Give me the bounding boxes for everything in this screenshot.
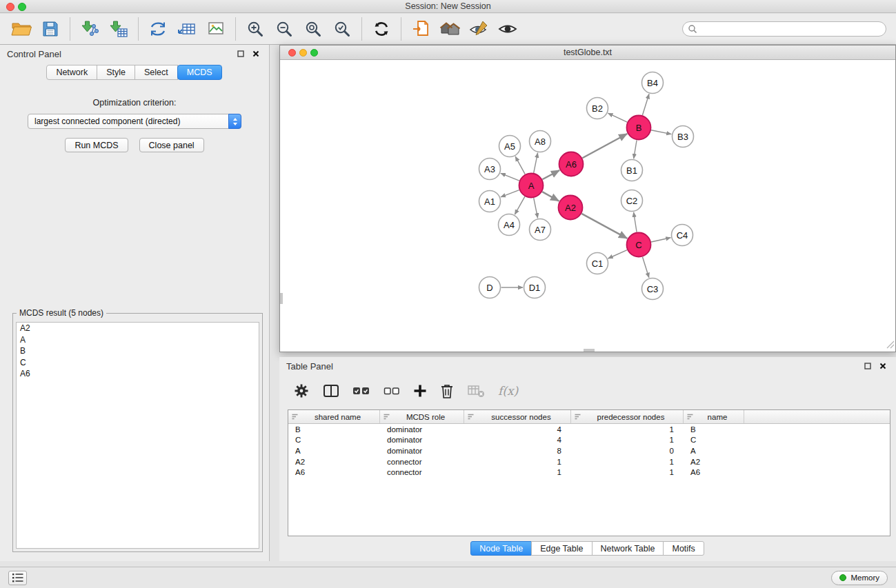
network-minimize-button[interactable] — [299, 49, 307, 57]
network-graph[interactable]: AA1A2A3A4A5A6A7A8BB1B2B3B4CC1C2C3C4DD1 — [280, 60, 895, 352]
network-canvas[interactable]: AA1A2A3A4A5A6A7A8BB1B2B3B4CC1C2C3C4DD1 — [280, 60, 895, 352]
node-D[interactable]: D — [479, 277, 501, 298]
mcds-result-item[interactable]: A6 — [17, 368, 259, 380]
run-mcds-button[interactable]: Run MCDS — [65, 138, 128, 152]
node-D1[interactable]: D1 — [524, 277, 546, 298]
zoom-window-button[interactable] — [18, 3, 26, 11]
edge-A-A6[interactable] — [542, 170, 559, 179]
tab-node-table[interactable]: Node Table — [470, 541, 532, 556]
edge-B-B1[interactable] — [634, 140, 637, 159]
tab-style[interactable]: Style — [97, 65, 135, 80]
deselect-all-button[interactable] — [384, 383, 400, 398]
node-A2[interactable]: A2 — [559, 196, 583, 220]
node-B[interactable]: B — [627, 116, 651, 140]
node-A3[interactable]: A3 — [479, 159, 501, 180]
network-close-button[interactable] — [288, 49, 296, 57]
mcds-result-list[interactable]: A2ABCA6 — [16, 322, 259, 549]
tab-edge-table[interactable]: Edge Table — [531, 541, 592, 556]
close-panel-button-mcds[interactable]: Close panel — [139, 138, 204, 152]
function-builder-button[interactable]: f(x) — [498, 384, 518, 398]
close-panel-button[interactable] — [250, 48, 262, 60]
node-A7[interactable]: A7 — [530, 219, 551, 241]
close-table-panel-button[interactable] — [877, 360, 889, 372]
column-header-shared-name[interactable]: shared name — [288, 410, 380, 423]
vertical-scroll-thumb[interactable] — [280, 293, 283, 304]
node-B1[interactable]: B1 — [621, 160, 643, 181]
table-row[interactable]: Adominator80A — [288, 445, 890, 456]
network-zoom-button[interactable] — [310, 49, 318, 57]
node-A8[interactable]: A8 — [530, 131, 551, 152]
memory-button[interactable]: Memory — [831, 571, 888, 585]
zoom-out-button[interactable] — [270, 16, 299, 42]
import-network-button[interactable] — [75, 16, 104, 42]
open-session-button[interactable] — [7, 16, 36, 42]
table-row[interactable]: A2connector11A2 — [288, 456, 890, 467]
optimization-criterion-select[interactable]: largest connected component (directed) — [28, 114, 241, 129]
edge-C-C4[interactable] — [651, 238, 670, 242]
tab-network[interactable]: Network — [46, 65, 97, 80]
show-columns-button[interactable] — [323, 383, 339, 398]
home-button[interactable] — [435, 16, 464, 42]
table-row[interactable]: Bdominator41B — [288, 424, 890, 435]
save-session-button[interactable] — [36, 16, 65, 42]
tab-network-table[interactable]: Network Table — [592, 541, 664, 556]
table-row[interactable]: Cdominator41C — [288, 435, 890, 446]
node-C[interactable]: C — [627, 233, 651, 257]
column-header-predecessor-nodes[interactable]: predecessor nodes — [571, 410, 684, 423]
horizontal-scroll-thumb[interactable] — [584, 349, 595, 352]
edge-A-A7[interactable] — [534, 198, 538, 218]
float-table-panel-button[interactable] — [862, 360, 874, 372]
zoom-in-button[interactable] — [241, 16, 270, 42]
edge-A-A1[interactable] — [501, 190, 519, 197]
mcds-result-item[interactable]: A2 — [17, 323, 259, 334]
edge-A-A2[interactable] — [542, 192, 559, 201]
column-header-successor-nodes[interactable]: successor nodes — [464, 410, 571, 423]
float-panel-button[interactable] — [235, 48, 247, 60]
select-all-button[interactable] — [352, 383, 370, 398]
zoom-fit-button[interactable] — [299, 16, 328, 42]
node-C2[interactable]: C2 — [621, 190, 643, 212]
node-C3[interactable]: C3 — [642, 278, 664, 300]
edge-A-A3[interactable] — [501, 173, 519, 181]
edge-B-B3[interactable] — [651, 130, 671, 134]
node-A1[interactable]: A1 — [479, 191, 501, 212]
new-network-button[interactable] — [143, 16, 172, 42]
show-panels-menu-button[interactable] — [8, 571, 27, 585]
node-B4[interactable]: B4 — [642, 72, 664, 94]
node-C4[interactable]: C4 — [672, 225, 693, 246]
edge-A-A5[interactable] — [515, 156, 525, 174]
column-header-MCDS-role[interactable]: MCDS role — [380, 410, 464, 423]
edge-A-A8[interactable] — [534, 153, 538, 173]
table-row[interactable]: A6connector11A6 — [288, 467, 890, 478]
annotation-mode-button[interactable] — [464, 16, 493, 42]
edge-B-B2[interactable] — [608, 113, 627, 122]
node-A6[interactable]: A6 — [559, 152, 584, 176]
zoom-selected-button[interactable] — [328, 16, 357, 42]
edge-A-A4[interactable] — [515, 196, 525, 214]
node-A[interactable]: A — [519, 174, 544, 198]
delete-table-button[interactable] — [467, 383, 485, 398]
tab-select[interactable]: Select — [135, 65, 178, 80]
mcds-result-item[interactable]: C — [17, 357, 259, 369]
edge-A2-C[interactable] — [581, 214, 627, 239]
new-table-button[interactable] — [172, 16, 201, 42]
search-input[interactable] — [682, 21, 886, 37]
import-table-button[interactable] — [104, 16, 133, 42]
edge-B-B4[interactable] — [642, 94, 649, 115]
resize-grip-icon[interactable] — [886, 341, 895, 351]
edge-C-C2[interactable] — [634, 212, 637, 232]
close-window-button[interactable] — [6, 3, 14, 11]
node-A4[interactable]: A4 — [499, 214, 520, 236]
node-B2[interactable]: B2 — [587, 98, 608, 119]
create-column-button[interactable] — [413, 384, 427, 398]
node-C1[interactable]: C1 — [587, 253, 608, 274]
session-report-button[interactable] — [406, 16, 435, 42]
apply-layout-button[interactable] — [367, 16, 396, 42]
delete-columns-button[interactable] — [440, 383, 454, 399]
edge-A6-B[interactable] — [582, 134, 627, 158]
table-settings-button[interactable] — [293, 383, 310, 399]
column-header-name[interactable]: name — [684, 410, 744, 423]
network-window-titlebar[interactable]: testGlobe.txt — [280, 45, 895, 60]
export-image-button[interactable] — [201, 16, 230, 42]
node-A5[interactable]: A5 — [499, 136, 521, 157]
